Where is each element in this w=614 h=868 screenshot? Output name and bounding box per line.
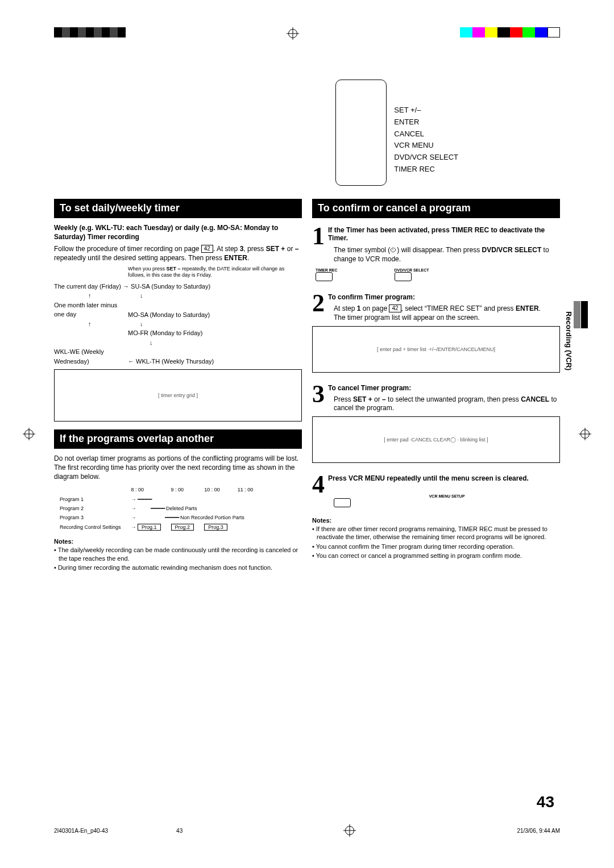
left-column: To set daily/weekly timer Weekly (e.g. W… (54, 199, 302, 806)
step-4: 4 Press VCR MENU repeatedly until the me… (312, 474, 560, 509)
section-tab-gray (574, 301, 580, 328)
crosshair-icon (287, 27, 299, 40)
remote-label: DVD/VCR SELECT (394, 152, 458, 164)
step-text: Press SET + or – to select the unwanted … (334, 395, 560, 413)
step-text: The timer symbol (⏲) will disappear. The… (334, 246, 560, 264)
remote-label: TIMER REC (394, 164, 458, 176)
step-3: 3 To cancel Timer program: Press SET + o… (312, 384, 560, 466)
intro-bold: Weekly (e.g. WKL-TU: each Tuesday) or da… (54, 224, 302, 241)
printer-registration-bar (54, 27, 560, 43)
notes-list: • If there are other timer record progra… (312, 525, 560, 560)
note-item: • The daily/weekly recording can be made… (54, 546, 302, 562)
button-icon (316, 272, 333, 281)
note-item: • If there are other timer record progra… (312, 525, 560, 541)
button-icon (334, 498, 351, 507)
button-icon (395, 272, 412, 281)
remote-label: CANCEL (394, 128, 458, 140)
footer-file: 2I40301A-En_p40-43 (54, 828, 108, 834)
step-1: 1 If the Timer has been activated, press… (312, 226, 560, 285)
step-heading: Press VCR MENU repeatedly until the menu… (328, 474, 529, 482)
flow-note: When you press SET – repeatedly, the DAT… (128, 266, 302, 278)
button-label: TIMER REC (316, 268, 338, 272)
date-flow-diagram: The current day (Friday) → SU-SA (Sunday… (54, 282, 302, 366)
right-column: To confirm or cancel a program 1 If the … (312, 199, 560, 806)
vcr-screen-diagram: [ enter pad · CANCEL CLEAR ◯ · blinking … (312, 416, 560, 463)
footer: 2I40301A-En_p40-43 43 21/3/06, 9:44 AM (54, 824, 560, 837)
step-number: 2 (312, 293, 325, 313)
remote-label: SET +/– (394, 105, 458, 116)
section-heading-confirm-cancel: To confirm or cancel a program (312, 199, 560, 218)
crosshair-icon (23, 428, 35, 440)
step-heading: To cancel Timer program: (328, 384, 411, 392)
step-number: 1 (312, 226, 325, 246)
button-label: DVD/VCR SELECT (395, 268, 429, 272)
notes-heading: Notes: (312, 517, 560, 524)
note-item: • You can correct or cancel a programmed… (312, 552, 560, 560)
intro-text: Follow the procedure of timer recording … (54, 245, 302, 262)
crosshair-icon (579, 428, 591, 440)
button-label: VCR MENU SETUP (334, 494, 560, 498)
notes-list: • The daily/weekly recording can be made… (54, 546, 302, 571)
overlap-diagram: 8 : 009 : 0010 : 0011 : 00 Program 1→ ━━… (54, 485, 259, 532)
remote-diagram: SET +/– ENTER CANCEL VCR MENU DVD/VCR SE… (335, 80, 560, 187)
step-2: 2 To confirm Timer program: At step 1 on… (312, 293, 560, 375)
footer-page: 43 (176, 828, 182, 834)
vcr-screen-diagram: [ enter pad + timer list · +/–/ENTER/CAN… (312, 326, 560, 373)
footer-date: 21/3/06, 9:44 AM (517, 828, 560, 834)
step-text: At step 1 on page 42, select “TIMER REC … (334, 304, 560, 322)
timer-symbol-icon: ⏲ (390, 246, 397, 254)
remote-outline-icon (335, 80, 387, 186)
crosshair-icon (343, 824, 356, 837)
page-ref: 42 (389, 304, 401, 312)
note-item: • During timer recording the automatic r… (54, 564, 302, 571)
step-number: 3 (312, 384, 325, 404)
remote-label: ENTER (394, 116, 458, 128)
page-ref: 42 (201, 245, 213, 253)
step-heading: To confirm Timer program: (328, 293, 415, 301)
vcr-screen-diagram: [ timer entry grid ] (54, 369, 302, 422)
note-item: • You cannot confirm the Timer program d… (312, 542, 560, 550)
side-section-label: Recording (VCR) (565, 311, 573, 370)
section-heading-overlap: If the programs overlap another (54, 429, 302, 449)
step-heading: If the Timer has been activated, press T… (328, 226, 545, 242)
section-tab-black (581, 301, 588, 328)
overlap-text: Do not overlap timer programs as portion… (54, 454, 302, 481)
page-number: 43 (537, 793, 554, 811)
remote-label: VCR MENU (394, 140, 458, 152)
section-heading-daily-weekly: To set daily/weekly timer (54, 199, 302, 218)
step-number: 4 (312, 474, 325, 494)
notes-heading: Notes: (54, 538, 302, 545)
